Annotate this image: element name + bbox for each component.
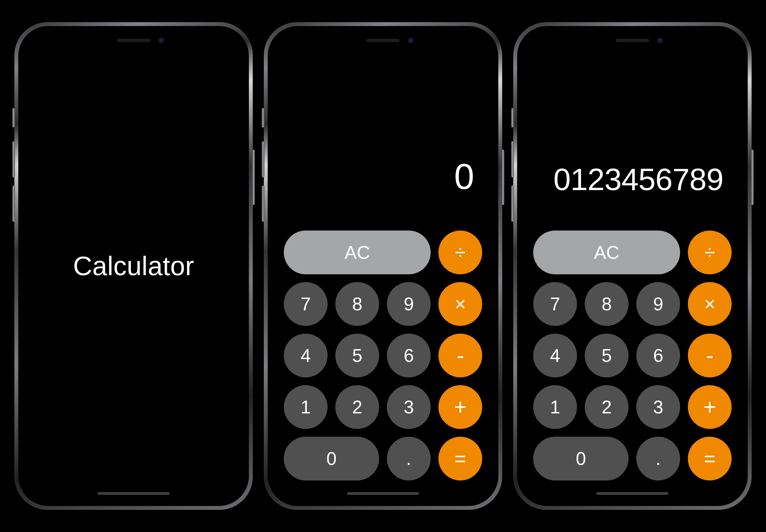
keypad: AC ÷ 7 8 9 × 4 5 6 - <box>284 231 482 480</box>
home-indicator[interactable] <box>98 492 170 495</box>
digit-9-button[interactable]: 9 <box>636 282 680 326</box>
home-indicator[interactable] <box>596 492 668 495</box>
digit-6-button[interactable]: 6 <box>636 334 680 377</box>
display-area: 0123456789 <box>533 32 732 231</box>
multiply-button[interactable]: × <box>688 282 732 326</box>
digit-4-button[interactable]: 4 <box>284 334 328 377</box>
splash-screen: Calculator <box>24 32 243 500</box>
decimal-button[interactable]: . <box>636 437 680 480</box>
digit-6-button[interactable]: 6 <box>387 334 431 377</box>
digit-1-button[interactable]: 1 <box>284 385 328 429</box>
phone-frame: 0 AC ÷ 7 8 9 × 4 5 <box>264 22 502 510</box>
plus-button[interactable]: + <box>688 385 732 429</box>
divide-button[interactable]: ÷ <box>688 231 732 274</box>
volume-up-button[interactable] <box>511 141 514 177</box>
equals-button[interactable]: = <box>438 437 482 480</box>
keypad: AC ÷ 7 8 9 × 4 5 6 - <box>533 231 732 480</box>
digit-0-button[interactable]: 0 <box>284 437 379 480</box>
volume-up-button[interactable] <box>262 141 264 177</box>
screen: 0 AC ÷ 7 8 9 × 4 5 <box>274 32 492 500</box>
notch <box>577 32 688 49</box>
minus-button[interactable]: - <box>688 334 732 377</box>
volume-down-button[interactable] <box>262 186 264 222</box>
screen: Calculator <box>24 32 243 500</box>
minus-button[interactable]: - <box>438 334 482 377</box>
digit-5-button[interactable]: 5 <box>335 334 379 377</box>
mute-switch[interactable] <box>12 108 15 127</box>
side-button[interactable] <box>502 150 504 205</box>
display-value: 0123456789 <box>553 162 723 197</box>
front-camera <box>657 38 663 43</box>
divide-button[interactable]: ÷ <box>438 231 482 274</box>
digit-3-button[interactable]: 3 <box>636 385 680 429</box>
equals-button[interactable]: = <box>688 437 732 480</box>
display-value: 0 <box>454 156 474 197</box>
side-button[interactable] <box>751 150 754 205</box>
digit-7-button[interactable]: 7 <box>284 282 328 326</box>
calculator-app: 0 AC ÷ 7 8 9 × 4 5 <box>274 32 492 500</box>
digit-2-button[interactable]: 2 <box>585 385 629 429</box>
display-area: 0 <box>284 32 482 231</box>
calculator-app: 0123456789 AC ÷ 7 8 9 × 4 5 <box>523 32 742 500</box>
digit-8-button[interactable]: 8 <box>335 282 379 326</box>
notch <box>328 32 438 49</box>
digit-1-button[interactable]: 1 <box>533 385 577 429</box>
digit-0-button[interactable]: 0 <box>533 437 629 480</box>
speaker-grille <box>616 39 649 42</box>
decimal-button[interactable]: . <box>387 437 431 480</box>
clear-button[interactable]: AC <box>533 231 680 274</box>
plus-button[interactable]: + <box>438 385 482 429</box>
volume-down-button[interactable] <box>12 186 15 222</box>
phone-frame: Calculator <box>14 22 253 510</box>
screen: 0123456789 AC ÷ 7 8 9 × 4 5 <box>523 32 742 500</box>
digit-3-button[interactable]: 3 <box>387 385 431 429</box>
volume-down-button[interactable] <box>511 186 514 222</box>
digit-7-button[interactable]: 7 <box>533 282 577 326</box>
home-indicator[interactable] <box>347 492 419 495</box>
digit-8-button[interactable]: 8 <box>585 282 629 326</box>
app-title: Calculator <box>73 251 194 281</box>
digit-2-button[interactable]: 2 <box>335 385 379 429</box>
speaker-grille <box>366 39 400 42</box>
volume-up-button[interactable] <box>12 141 15 177</box>
front-camera <box>408 38 413 43</box>
digit-5-button[interactable]: 5 <box>585 334 629 377</box>
mute-switch[interactable] <box>511 108 514 127</box>
digit-4-button[interactable]: 4 <box>533 334 577 377</box>
speaker-grille <box>117 39 150 42</box>
digit-9-button[interactable]: 9 <box>387 282 431 326</box>
front-camera <box>159 38 164 43</box>
mute-switch[interactable] <box>262 108 264 127</box>
multiply-button[interactable]: × <box>438 282 482 326</box>
notch <box>78 32 189 49</box>
side-button[interactable] <box>252 150 255 205</box>
phone-frame: 0123456789 AC ÷ 7 8 9 × 4 5 <box>513 22 752 510</box>
clear-button[interactable]: AC <box>284 231 431 274</box>
